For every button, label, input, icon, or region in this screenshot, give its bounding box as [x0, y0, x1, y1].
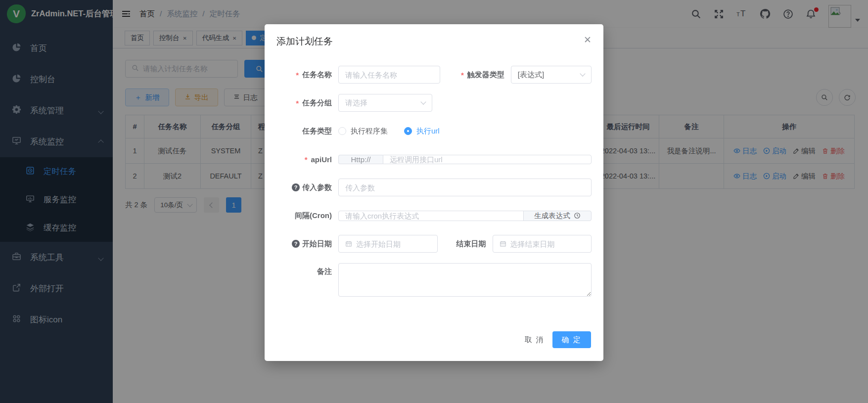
task-group-label: *任务分组: [276, 98, 332, 108]
form-row-dates: ?开始日期 结束日期: [276, 235, 592, 253]
apiurl-prepend: Http://: [338, 155, 383, 164]
radio-label: 执行程序集: [351, 127, 388, 136]
form-row-group: *任务分组 请选择: [276, 94, 592, 112]
add-task-form: *任务名称 *触发器类型 [表达式] *任务分组 请选择 任务类型 执行程序集: [276, 66, 592, 297]
close-icon[interactable]: [584, 34, 592, 45]
calendar-icon: [345, 240, 352, 247]
trigger-type-label: *触发器类型: [443, 70, 504, 80]
calendar-icon: [500, 240, 506, 247]
task-type-label: 任务类型: [276, 127, 332, 136]
cron-field[interactable]: [338, 211, 524, 221]
add-task-dialog: 添加计划任务 *任务名称 *触发器类型 [表达式] *任务分组 请选择 任务类型: [265, 24, 603, 361]
trigger-type-select[interactable]: [表达式]: [511, 66, 592, 84]
params-input[interactable]: [345, 183, 585, 192]
radio-circle-icon: [404, 127, 412, 135]
form-row-task-type: 任务类型 执行程序集 执行url: [276, 122, 592, 140]
task-group-placeholder: 请选择: [345, 98, 367, 108]
question-icon[interactable]: ?: [292, 183, 300, 191]
cron-input[interactable]: [345, 212, 517, 220]
generate-cron-label: 生成表达式: [534, 211, 570, 221]
apiurl-label: *apiUrl: [276, 155, 332, 164]
cron-group: 生成表达式: [338, 211, 592, 221]
required-star: *: [296, 99, 299, 107]
radio-exec-url[interactable]: 执行url: [404, 127, 440, 136]
params-field[interactable]: [338, 179, 592, 196]
required-star: *: [296, 71, 299, 79]
generate-cron-button[interactable]: 生成表达式: [523, 211, 592, 221]
start-date-input[interactable]: [356, 240, 431, 248]
form-row-note: 备注: [276, 263, 592, 297]
chevron-down-icon: [580, 71, 585, 76]
apiurl-field[interactable]: [383, 155, 592, 164]
start-date-field[interactable]: [338, 235, 438, 253]
confirm-button[interactable]: 确 定: [552, 331, 591, 348]
form-row-cron: 间隔(Cron) 生成表达式: [276, 207, 592, 224]
clock-icon: [574, 212, 581, 219]
form-row-name-trigger: *任务名称 *触发器类型 [表达式]: [276, 66, 592, 84]
chevron-down-icon: [420, 99, 426, 104]
end-date-label: 结束日期: [442, 239, 486, 249]
note-textarea[interactable]: [338, 263, 592, 297]
task-name-label: *任务名称: [276, 70, 332, 80]
params-label: ?传入参数: [276, 183, 332, 192]
cancel-button[interactable]: 取 消: [525, 335, 545, 345]
trigger-type-value: [表达式]: [518, 70, 544, 80]
required-star: *: [461, 71, 464, 79]
radio-exec-assembly[interactable]: 执行程序集: [338, 127, 388, 136]
dialog-footer: 取 消 确 定: [525, 331, 591, 348]
radio-circle-icon: [338, 127, 346, 135]
form-row-params: ?传入参数: [276, 179, 592, 196]
end-date-field[interactable]: [493, 235, 592, 253]
note-label: 备注: [276, 267, 332, 276]
task-group-select[interactable]: 请选择: [338, 94, 432, 112]
task-name-input[interactable]: [345, 71, 433, 79]
form-row-apiurl: *apiUrl Http://: [276, 150, 592, 168]
cron-label: 间隔(Cron): [276, 211, 332, 221]
apiurl-group: Http://: [338, 155, 592, 164]
task-name-field[interactable]: [338, 66, 440, 84]
end-date-input[interactable]: [510, 240, 585, 248]
question-icon[interactable]: ?: [292, 240, 300, 248]
required-star: *: [305, 155, 308, 164]
radio-label: 执行url: [416, 127, 440, 136]
dialog-title: 添加计划任务: [276, 35, 592, 48]
start-date-label: ?开始日期: [276, 239, 332, 249]
apiurl-input[interactable]: [390, 155, 585, 164]
